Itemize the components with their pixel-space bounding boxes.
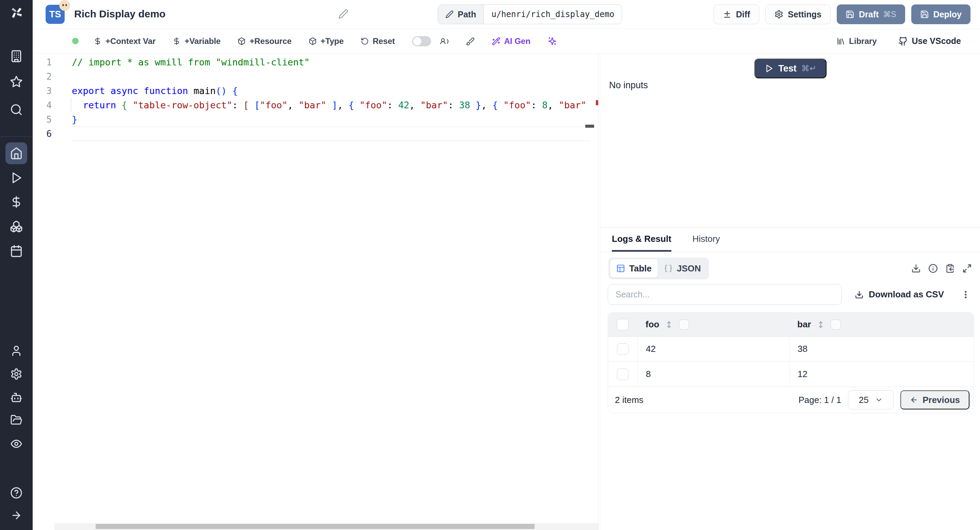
sidebar-item-favorites[interactable] [0, 75, 33, 88]
row-checkbox[interactable] [617, 343, 628, 355]
tab-logs-result[interactable]: Logs & Result [612, 228, 671, 252]
items-count: 2 items [615, 395, 643, 405]
language-badge: TS [46, 5, 65, 24]
tab-history[interactable]: History [692, 228, 720, 252]
expand-icon[interactable] [962, 263, 972, 273]
column-checkbox[interactable] [679, 319, 689, 330]
sidebar-item-runs[interactable] [0, 171, 33, 184]
info-icon[interactable] [928, 263, 938, 273]
add-resource-label: +Resource [250, 37, 291, 46]
save-icon [846, 10, 854, 19]
header-actions: Diff Settings Draft ⌘S Deploy [714, 5, 970, 24]
result-table: foobar 4238812 2 items Page: 1 / 1 25 Pr… [608, 312, 974, 413]
use-vscode-button[interactable]: Use VScode [898, 36, 961, 46]
sidebar-item-help[interactable] [0, 487, 33, 499]
table-row[interactable]: 4238 [608, 337, 974, 362]
sidebar-item-schedules[interactable] [0, 244, 33, 257]
table-row[interactable]: 812 [608, 362, 974, 387]
deploy-button[interactable]: Deploy [911, 5, 970, 24]
ai-sparkles-button[interactable] [547, 37, 557, 46]
more-options-icon[interactable] [961, 290, 970, 299]
sidebar-item-variables[interactable] [0, 196, 33, 208]
download-icon[interactable] [911, 263, 921, 273]
indent-guide [71, 98, 71, 112]
clipboard-copy-icon[interactable] [945, 263, 955, 273]
test-shortcut: ⌘↵ [801, 64, 816, 73]
edit-title-button[interactable] [338, 9, 348, 19]
table-header-row: foobar [608, 313, 974, 337]
collaborators-button[interactable] [440, 37, 449, 46]
column-checkbox[interactable] [830, 319, 841, 330]
editor-hscrollbar-thumb[interactable] [95, 524, 535, 529]
editor-toolbar: +Context Var +Variable +Resource +Type R… [33, 29, 980, 53]
diff-icon [723, 10, 732, 19]
settings-button[interactable]: Settings [765, 5, 830, 24]
paintbrush-icon [466, 37, 475, 46]
code-line[interactable]: } [72, 112, 590, 127]
pencil-icon [338, 9, 348, 19]
column-header-bar[interactable]: bar [789, 313, 974, 336]
dollar-icon [10, 196, 23, 208]
code-line[interactable]: export async function main() { [72, 84, 590, 98]
row-checkbox[interactable] [617, 369, 628, 380]
windmill-logo[interactable] [0, 5, 33, 21]
deploy-label: Deploy [933, 10, 962, 19]
path-edit-button[interactable]: Path [438, 5, 484, 24]
add-context-var-button[interactable]: +Context Var [94, 37, 156, 46]
format-button[interactable] [466, 37, 475, 46]
sidebar-item-folders[interactable] [0, 414, 33, 426]
sidebar-item-search[interactable] [0, 103, 33, 116]
reset-label: Reset [372, 37, 395, 46]
draft-label: Draft [859, 10, 878, 19]
table-cell: 12 [789, 362, 974, 386]
code-line[interactable]: return { "table-row-object": [ ["foo", "… [72, 98, 590, 112]
editor-hscrollbar-track[interactable] [54, 523, 598, 530]
path-value[interactable]: u/henri/rich_display_demo [484, 5, 622, 24]
download-csv-button[interactable]: Download as CSV [855, 289, 944, 300]
sidebar-expand-button[interactable] [0, 509, 33, 521]
view-table-label: Table [629, 263, 652, 274]
library-label: Library [849, 37, 877, 46]
pencil-icon [445, 10, 453, 18]
diff-button[interactable]: Diff [714, 5, 759, 24]
sidebar-item-audit[interactable] [0, 438, 33, 450]
draft-button[interactable]: Draft ⌘S [837, 5, 905, 24]
column-header-foo[interactable]: foo [637, 313, 789, 336]
sidebar-item-home[interactable] [0, 147, 33, 160]
code-line[interactable]: // import * as wmill from "windmill-clie… [72, 55, 590, 69]
ai-gen-button[interactable]: AI Gen [492, 37, 530, 46]
play-icon [10, 171, 23, 184]
view-json-chip[interactable]: JSON [658, 259, 707, 278]
code-line[interactable] [72, 69, 590, 84]
result-tabs: Logs & Result History [600, 228, 980, 252]
select-all-checkbox[interactable] [617, 319, 628, 330]
overview-ruler-cursor [585, 125, 594, 128]
row-checkbox-cell [608, 337, 637, 361]
search-input[interactable]: Search... [608, 284, 842, 305]
add-type-button[interactable]: +Type [309, 37, 344, 46]
code-line[interactable] [72, 127, 590, 141]
diff-mode-toggle[interactable] [412, 36, 431, 46]
sidebar-item-workspace[interactable] [0, 50, 33, 63]
view-table-chip[interactable]: Table [610, 259, 658, 278]
page-size-select[interactable]: 25 [848, 390, 894, 409]
code-editor[interactable]: 123456 // import * as wmill from "windmi… [33, 53, 598, 530]
sidebar-item-user[interactable] [0, 345, 33, 357]
sidebar-item-workers[interactable] [0, 391, 33, 404]
package-icon [237, 37, 246, 45]
add-resource-button[interactable]: +Resource [237, 37, 291, 46]
test-button[interactable]: Test ⌘↵ [754, 59, 827, 78]
sidebar-item-settings[interactable] [0, 368, 33, 380]
library-button[interactable]: Library [837, 37, 877, 46]
calendar-icon [10, 244, 23, 257]
code-content[interactable]: // import * as wmill from "windmill-clie… [72, 55, 590, 141]
package-icon [309, 37, 317, 45]
reset-button[interactable]: Reset [361, 37, 395, 46]
sort-icon[interactable] [816, 320, 825, 329]
sort-icon[interactable] [665, 320, 673, 329]
line-number: 2 [33, 69, 54, 84]
sidebar-divider [0, 136, 33, 137]
sidebar-item-resources[interactable] [0, 220, 33, 233]
previous-page-button[interactable]: Previous [900, 390, 969, 409]
add-variable-button[interactable]: +Variable [172, 37, 221, 46]
